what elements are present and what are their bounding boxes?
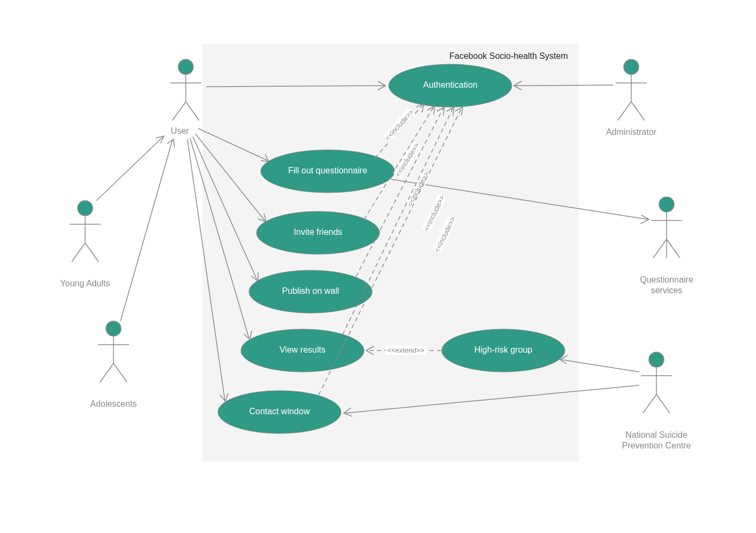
- usecase-view-results: View results: [241, 329, 364, 372]
- svg-point-20: [659, 197, 674, 212]
- svg-point-26: [649, 352, 664, 367]
- actor-questionnaire-services-label-2: services: [651, 286, 683, 295]
- actor-young-adults-label: Young Adults: [61, 279, 110, 288]
- svg-line-4: [186, 102, 199, 120]
- svg-text:Publish on wall: Publish on wall: [282, 286, 339, 295]
- actor-nspc: National Suicide Prevention Centre: [622, 352, 691, 450]
- gen-youngadults-user: [96, 136, 164, 201]
- svg-line-25: [667, 239, 680, 258]
- use-case-diagram: Facebook Socio-health System User Young …: [0, 0, 756, 533]
- svg-text:Authentication: Authentication: [423, 80, 477, 89]
- svg-line-51: [96, 137, 163, 201]
- svg-text:View results: View results: [279, 345, 326, 354]
- svg-text:Fill out questionnaire: Fill out questionnaire: [288, 166, 367, 175]
- actor-young-adults: Young Adults: [61, 201, 110, 288]
- actor-nspc-label-1: National Suicide: [625, 430, 687, 439]
- svg-line-53: [515, 85, 613, 86]
- svg-point-15: [624, 59, 639, 74]
- boundary-title: Facebook Socio-health System: [449, 51, 568, 60]
- actor-adolescents-label: Adolescents: [90, 399, 137, 408]
- actor-questionnaire-services-label-1: Questionnaire: [640, 275, 693, 284]
- actor-user-label: User: [171, 126, 189, 135]
- actor-administrator-label: Administrator: [606, 127, 657, 136]
- usecase-contact-window: Contact window: [218, 391, 341, 433]
- usecase-authentication: Authentication: [389, 64, 512, 107]
- svg-point-5: [78, 201, 93, 216]
- svg-line-9: [85, 243, 99, 262]
- gen-adolescents-user: [120, 139, 175, 321]
- actor-nspc-label-2: Prevention Centre: [622, 441, 691, 450]
- svg-text:Contact window: Contact window: [250, 407, 310, 416]
- svg-line-52: [120, 140, 172, 321]
- svg-line-18: [618, 102, 631, 120]
- svg-line-23: [653, 239, 667, 258]
- svg-point-0: [178, 59, 193, 74]
- actor-adolescents: Adolescents: [90, 321, 137, 408]
- svg-text:Invite friends: Invite friends: [294, 227, 343, 237]
- svg-line-19: [631, 102, 645, 120]
- svg-point-10: [106, 321, 121, 336]
- usecase-fill-questionnaire: Fill out questionnaire: [261, 150, 395, 193]
- svg-line-8: [72, 243, 85, 262]
- svg-line-14: [114, 363, 127, 382]
- svg-text:High-risk group: High-risk group: [474, 345, 533, 354]
- actor-administrator: Administrator: [606, 59, 657, 136]
- usecase-invite-friends: Invite friends: [256, 211, 380, 254]
- usecase-publish-wall: Publish on wall: [249, 270, 372, 313]
- actor-user: User: [170, 59, 201, 135]
- svg-line-30: [656, 394, 670, 413]
- svg-line-13: [100, 363, 114, 382]
- usecase-high-risk: High-risk group: [442, 329, 565, 372]
- svg-line-29: [643, 394, 656, 413]
- svg-text:<<extend>>: <<extend>>: [387, 346, 424, 354]
- actor-questionnaire-services: Questionnaire services: [640, 197, 693, 295]
- svg-line-3: [172, 102, 186, 120]
